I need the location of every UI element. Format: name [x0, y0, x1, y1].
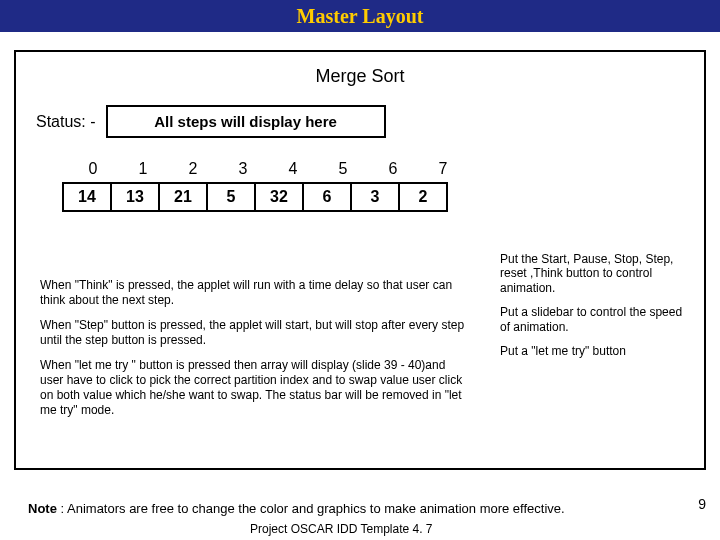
- description-paragraph: When "let me try " button is pressed the…: [40, 358, 470, 418]
- array-display: 0 1 2 3 4 5 6 7 14 13 21 5 32 6 3 2: [62, 160, 690, 212]
- side-note: Put a slidebar to control the speed of a…: [500, 305, 690, 334]
- description-paragraph: When "Think" is pressed, the applet will…: [40, 278, 470, 308]
- side-note: Put a "let me try" button: [500, 344, 690, 358]
- index-cell: 7: [418, 160, 468, 178]
- side-notes: Put the Start, Pause, Stop, Step, reset …: [500, 252, 690, 368]
- array-cell: 32: [254, 182, 304, 212]
- algorithm-title: Merge Sort: [30, 66, 690, 87]
- status-row: Status: - All steps will display here: [36, 105, 690, 138]
- footer-project: Project OSCAR IDD Template 4. 7: [250, 522, 433, 536]
- description-paragraph: When "Step" button is pressed, the apple…: [40, 318, 470, 348]
- index-row: 0 1 2 3 4 5 6 7: [68, 160, 690, 178]
- index-cell: 2: [168, 160, 218, 178]
- array-cell: 14: [62, 182, 112, 212]
- description-block: When "Think" is pressed, the applet will…: [40, 278, 470, 418]
- status-label: Status: -: [36, 113, 96, 131]
- title-bar: Master Layout: [0, 0, 720, 32]
- index-cell: 6: [368, 160, 418, 178]
- index-cell: 4: [268, 160, 318, 178]
- value-row: 14 13 21 5 32 6 3 2: [62, 182, 690, 212]
- status-display: All steps will display here: [106, 105, 386, 138]
- footer-note: Note : Animators are free to change the …: [28, 501, 618, 518]
- page-title: Master Layout: [297, 5, 424, 28]
- array-cell: 6: [302, 182, 352, 212]
- array-cell: 5: [206, 182, 256, 212]
- page-number: 9: [698, 496, 706, 512]
- index-cell: 1: [118, 160, 168, 178]
- note-label: Note: [28, 501, 57, 516]
- array-cell: 21: [158, 182, 208, 212]
- main-frame: Merge Sort Status: - All steps will disp…: [14, 50, 706, 470]
- index-cell: 0: [68, 160, 118, 178]
- note-text: : Animators are free to change the color…: [57, 501, 565, 516]
- index-cell: 5: [318, 160, 368, 178]
- array-cell: 13: [110, 182, 160, 212]
- side-note: Put the Start, Pause, Stop, Step, reset …: [500, 252, 690, 295]
- array-cell: 2: [398, 182, 448, 212]
- array-cell: 3: [350, 182, 400, 212]
- index-cell: 3: [218, 160, 268, 178]
